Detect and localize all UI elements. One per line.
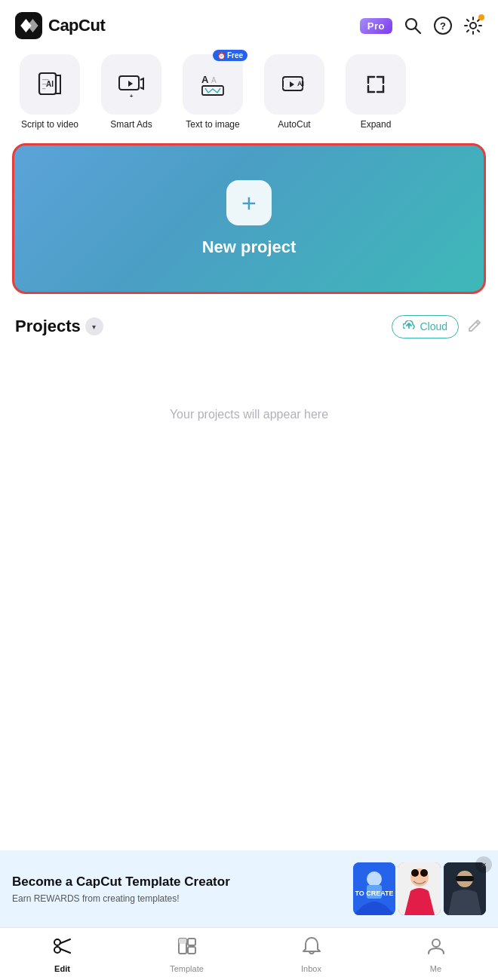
template-icon bbox=[177, 936, 198, 961]
text-to-image-label: Text to image bbox=[186, 119, 239, 131]
nav-item-edit[interactable]: Edit bbox=[36, 936, 89, 973]
edit-nav-icon-svg bbox=[52, 936, 73, 957]
close-icon: × bbox=[481, 859, 487, 871]
logo: CapCut bbox=[15, 12, 105, 39]
svg-text:TO CREATE: TO CREATE bbox=[355, 890, 393, 897]
svg-text:AI: AI bbox=[297, 80, 304, 87]
pro-badge[interactable]: Pro bbox=[360, 18, 392, 34]
template-nav-icon-svg bbox=[177, 936, 198, 957]
script-to-video-icon: AI ━━ ━━ ━ bbox=[35, 69, 65, 100]
svg-rect-35 bbox=[188, 939, 195, 945]
free-badge: Free bbox=[213, 50, 247, 61]
quick-action-expand[interactable]: Expand bbox=[338, 54, 413, 131]
text-to-image-icon: A A bbox=[198, 69, 228, 100]
help-icon: ? bbox=[433, 16, 453, 35]
svg-point-5 bbox=[470, 23, 476, 29]
empty-state: Your projects will appear here bbox=[15, 348, 483, 482]
quick-action-text-to-image[interactable]: Free A A Text to image bbox=[175, 54, 251, 131]
svg-line-31 bbox=[60, 939, 70, 944]
ad-banner[interactable]: Become a CapCut Template Creator Earn RE… bbox=[0, 850, 498, 927]
quick-action-autocut[interactable]: AI AutoCut bbox=[257, 54, 332, 131]
nav-item-me[interactable]: Me bbox=[410, 936, 463, 973]
projects-header: Projects ▾ Cloud bbox=[15, 315, 483, 338]
svg-point-37 bbox=[432, 939, 440, 947]
new-project-button[interactable]: + New project bbox=[12, 143, 486, 294]
new-project-label: New project bbox=[202, 237, 297, 257]
smart-ads-label: Smart Ads bbox=[110, 119, 152, 131]
projects-section: Projects ▾ Cloud Your p bbox=[0, 309, 498, 488]
svg-rect-36 bbox=[188, 947, 195, 954]
me-nav-label: Me bbox=[430, 964, 441, 973]
nav-item-inbox[interactable]: Inbox bbox=[285, 936, 338, 973]
inbox-nav-label: Inbox bbox=[301, 964, 321, 973]
ad-image-2 bbox=[398, 862, 441, 915]
svg-point-25 bbox=[420, 869, 428, 877]
me-nav-icon-svg bbox=[426, 936, 447, 957]
expand-icon-wrap bbox=[346, 54, 406, 115]
projects-title: Projects bbox=[15, 317, 81, 336]
script-to-video-icon-wrap: AI ━━ ━━ ━ bbox=[20, 54, 80, 115]
svg-text:A: A bbox=[201, 74, 209, 85]
svg-rect-15 bbox=[202, 86, 223, 95]
autocut-icon: AI bbox=[279, 69, 309, 100]
edit-nav-label: Edit bbox=[54, 964, 70, 973]
settings-button[interactable] bbox=[463, 16, 483, 35]
smart-ads-icon-wrap: + bbox=[101, 54, 161, 115]
scissors-icon bbox=[52, 936, 73, 961]
cloud-button[interactable]: Cloud bbox=[392, 315, 459, 338]
quick-action-script-to-video[interactable]: AI ━━ ━━ ━ Script to video bbox=[12, 54, 88, 131]
ad-subtitle: Earn REWARDS from creating templates! bbox=[12, 893, 346, 904]
ad-images: TO CREATE bbox=[353, 862, 486, 915]
projects-title-wrap: Projects ▾ bbox=[15, 317, 103, 336]
quick-actions-row: AI ━━ ━━ ━ Script to video + Smart Ads F… bbox=[0, 48, 498, 143]
nav-item-template[interactable]: Template bbox=[161, 936, 214, 973]
svg-point-19 bbox=[367, 871, 382, 887]
header-actions: Pro ? bbox=[360, 16, 483, 35]
empty-state-text: Your projects will appear here bbox=[170, 408, 328, 421]
svg-line-2 bbox=[416, 29, 421, 34]
text-to-image-icon-wrap: Free A A bbox=[183, 54, 243, 115]
autocut-label: AutoCut bbox=[278, 119, 310, 131]
smart-ads-icon: + bbox=[116, 69, 146, 100]
ad-text: Become a CapCut Template Creator Earn RE… bbox=[12, 874, 346, 904]
pencil-icon bbox=[466, 317, 483, 333]
plus-icon: + bbox=[241, 190, 257, 216]
new-project-plus-icon: + bbox=[226, 180, 272, 225]
expand-label: Expand bbox=[361, 119, 392, 131]
svg-rect-28 bbox=[456, 876, 474, 881]
script-to-video-label: Script to video bbox=[21, 119, 78, 131]
svg-text:A: A bbox=[211, 76, 217, 84]
ad-person-2-icon bbox=[398, 862, 441, 915]
projects-dropdown-button[interactable]: ▾ bbox=[85, 317, 103, 335]
cloud-icon-svg bbox=[403, 320, 415, 331]
cloud-upload-icon bbox=[403, 320, 415, 333]
capcut-logo-icon bbox=[15, 12, 42, 39]
expand-icon bbox=[364, 72, 388, 96]
edit-projects-button[interactable] bbox=[466, 317, 483, 337]
ad-person-1-icon: TO CREATE bbox=[353, 862, 395, 915]
app-header: CapCut Pro ? bbox=[0, 0, 498, 48]
cloud-label: Cloud bbox=[420, 320, 447, 332]
svg-point-24 bbox=[411, 869, 419, 877]
ad-title: Become a CapCut Template Creator bbox=[12, 874, 346, 890]
svg-text:?: ? bbox=[440, 20, 446, 32]
projects-actions: Cloud bbox=[392, 315, 483, 338]
search-icon bbox=[403, 16, 423, 35]
ad-close-button[interactable]: × bbox=[475, 856, 492, 873]
quick-action-smart-ads[interactable]: + Smart Ads bbox=[94, 54, 169, 131]
inbox-nav-icon-svg bbox=[301, 936, 322, 957]
logo-text: CapCut bbox=[48, 16, 105, 35]
svg-rect-34 bbox=[179, 939, 186, 944]
notification-dot bbox=[478, 14, 484, 20]
bottom-navigation: Edit Template Inbox bbox=[0, 927, 498, 980]
template-nav-label: Template bbox=[170, 964, 204, 973]
search-button[interactable] bbox=[403, 16, 423, 35]
svg-line-32 bbox=[60, 948, 70, 953]
svg-text:+: + bbox=[130, 93, 134, 100]
help-button[interactable]: ? bbox=[433, 16, 453, 35]
svg-point-29 bbox=[54, 939, 60, 945]
ad-image-1: TO CREATE bbox=[353, 862, 395, 915]
bell-icon bbox=[301, 936, 322, 961]
svg-point-30 bbox=[54, 947, 60, 953]
person-icon bbox=[426, 936, 447, 961]
